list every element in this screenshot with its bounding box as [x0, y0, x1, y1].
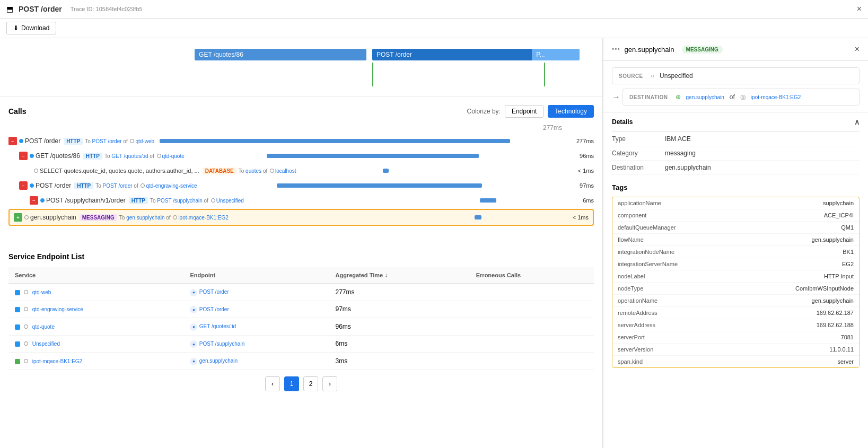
- colorize-label: Colorize by:: [467, 108, 501, 115]
- col-service: Service: [8, 267, 183, 284]
- service-link[interactable]: qtd-quote: [32, 324, 55, 330]
- close-button[interactable]: ×: [857, 4, 862, 14]
- right-panel-service-name: gen.supplychain: [625, 46, 674, 54]
- tags-row: defaultQueueManager QM1: [612, 222, 859, 234]
- technology-tab[interactable]: Technology: [548, 105, 594, 118]
- call-bar-area: [203, 180, 575, 191]
- page-1-button[interactable]: 1: [284, 376, 299, 391]
- service-link[interactable]: qtd-engraving-service: [32, 306, 83, 312]
- dest-target-link[interactable]: ipot-mqace-BK1:EG2: [751, 94, 801, 100]
- timeline-overview: GET /quotes/86 POST /order P...: [0, 38, 602, 96]
- source-box: SOURCE ○ Unspecified: [612, 67, 860, 84]
- timing-header: 277ms: [8, 124, 594, 131]
- green-line-2: [544, 63, 545, 86]
- call-row: − POST /supplychain/v1/order HTTP To POS…: [30, 193, 594, 208]
- detail-row: Category messaging: [612, 146, 860, 161]
- tags-row: serverAddress 169.62.62.188: [612, 319, 859, 331]
- call-tree: − POST /order HTTP To POST /order of qtd…: [8, 134, 594, 226]
- green-line-1: [372, 63, 373, 86]
- call-row: − POST /order HTTP To POST /order of qtd…: [8, 134, 594, 148]
- table-row: qtd-quote ● GET /quotes/:id 96ms: [8, 318, 594, 336]
- endpoint-tab[interactable]: Endpoint: [505, 105, 543, 118]
- call-bar-area: [190, 151, 575, 161]
- service-color-dot: [15, 324, 20, 330]
- sort-icon: ↓: [384, 271, 388, 279]
- calls-header: Calls Colorize by: Endpoint Technology: [8, 105, 594, 118]
- destination-label: DESTINATION: [629, 94, 668, 100]
- http-icon: ●: [190, 289, 197, 296]
- arrow-row: → DESTINATION ⊕ gen.supplychain of ◎ ipo…: [612, 89, 860, 106]
- tags-title: Tags: [612, 183, 860, 191]
- timeline-bar-container: GET /quotes/86 POST /order P...: [5, 43, 597, 86]
- expand-button[interactable]: −: [8, 137, 17, 145]
- service-dot: [24, 215, 29, 219]
- col-errors: Erroneous Calls: [470, 267, 594, 284]
- endpoint-link[interactable]: POST /order: [199, 306, 229, 312]
- call-bar-area: [302, 165, 574, 176]
- call-bar: [383, 169, 388, 173]
- endpoint-link[interactable]: GET /quotes/:id: [199, 323, 236, 329]
- tags-row: serverVersion 11.0.0.11: [612, 344, 859, 356]
- arrow-icon: →: [612, 92, 620, 102]
- source-label: SOURCE: [619, 73, 643, 79]
- server-icon: ⬒: [6, 5, 13, 13]
- call-bar: [277, 183, 482, 188]
- dest-service-link[interactable]: gen.supplychain: [686, 94, 724, 100]
- call-bar: [475, 215, 481, 219]
- download-icon: ⬇: [13, 24, 19, 32]
- call-bar-area: [249, 195, 578, 206]
- right-panel-close-button[interactable]: ×: [855, 45, 860, 54]
- service-link[interactable]: qtd-web: [32, 289, 51, 295]
- call-row: − POST /order HTTP To POST /order of qtd…: [19, 178, 594, 193]
- dest-icon: ⊕: [676, 93, 681, 101]
- service-endpoint-section: Service Endpoint List Service Endpoint A…: [0, 244, 602, 406]
- next-page-button[interactable]: ›: [322, 376, 337, 391]
- calls-section: Calls Colorize by: Endpoint Technology 2…: [0, 96, 602, 235]
- service-dot: [19, 139, 23, 143]
- dest-target-icon: ◎: [740, 93, 746, 101]
- service-dot: [30, 183, 34, 188]
- timeline-bar-get: GET /quotes/86: [195, 49, 366, 60]
- prev-page-button[interactable]: ‹: [265, 376, 280, 391]
- left-panel: GET /quotes/86 POST /order P... Calls: [0, 38, 603, 448]
- page-2-button[interactable]: 2: [303, 376, 318, 391]
- details-header: Details ∧: [612, 112, 860, 132]
- expand-button[interactable]: −: [19, 152, 28, 160]
- http-icon: ●: [190, 340, 197, 348]
- call-bar: [267, 154, 479, 158]
- tags-row: remoteAddress 169.62.62.187: [612, 307, 859, 319]
- expand-button[interactable]: −: [30, 196, 38, 205]
- details-title: Details: [612, 118, 633, 126]
- call-row: SELECT quotes.quote_id, quotes.quote, au…: [30, 163, 594, 178]
- source-value: Unspecified: [660, 72, 693, 80]
- service-dot: [34, 169, 38, 173]
- http-icon: ●: [190, 306, 197, 313]
- table-row: ipot-mqace-BK1:EG2 ● gen.supplychain 3ms: [8, 353, 594, 370]
- tags-row: serverPort 7081: [612, 331, 859, 344]
- endpoint-link[interactable]: POST /supplychain: [199, 341, 244, 347]
- chevron-up-icon[interactable]: ∧: [854, 118, 860, 126]
- endpoint-link[interactable]: gen.supplychain: [199, 358, 238, 364]
- trace-id: Trace ID: 10584fef4c029fb5: [71, 6, 143, 12]
- service-link[interactable]: ipot-mqace-BK1:EG2: [32, 358, 83, 364]
- download-button[interactable]: ⬇ Download: [6, 22, 56, 34]
- endpoint-link[interactable]: POST /order: [199, 289, 229, 295]
- expand-button[interactable]: +: [14, 213, 22, 222]
- right-panel: ••• gen.supplychain MESSAGING × SOURCE ○…: [603, 38, 868, 448]
- table-row: qtd-engraving-service ● POST /order 97ms: [8, 301, 594, 318]
- expand-button[interactable]: −: [19, 181, 28, 190]
- call-bar: [160, 139, 510, 143]
- service-link[interactable]: Unspecified: [32, 341, 60, 347]
- messaging-badge: MESSAGING: [682, 46, 723, 54]
- details-section: Details ∧ Type IBM ACE Category messagin…: [603, 112, 868, 183]
- source-dest-section: SOURCE ○ Unspecified → DESTINATION ⊕ gen…: [612, 67, 860, 106]
- table-row: qtd-web ● POST /order 277ms: [8, 284, 594, 301]
- destination-box: DESTINATION ⊕ gen.supplychain of ◎ ipot-…: [622, 89, 860, 106]
- download-bar: ⬇ Download: [0, 19, 868, 38]
- service-endpoint-title: Service Endpoint List: [8, 252, 594, 261]
- tags-row: flowName gen.supplychain: [612, 234, 859, 246]
- main-window: ⬒ POST /order Trace ID: 10584fef4c029fb5…: [0, 0, 868, 448]
- call-row-highlighted: + gen.supplychain MESSAGING To gen.suppl…: [8, 209, 594, 226]
- tags-row: applicationName supplychain: [612, 197, 859, 209]
- service-dot: [40, 198, 45, 203]
